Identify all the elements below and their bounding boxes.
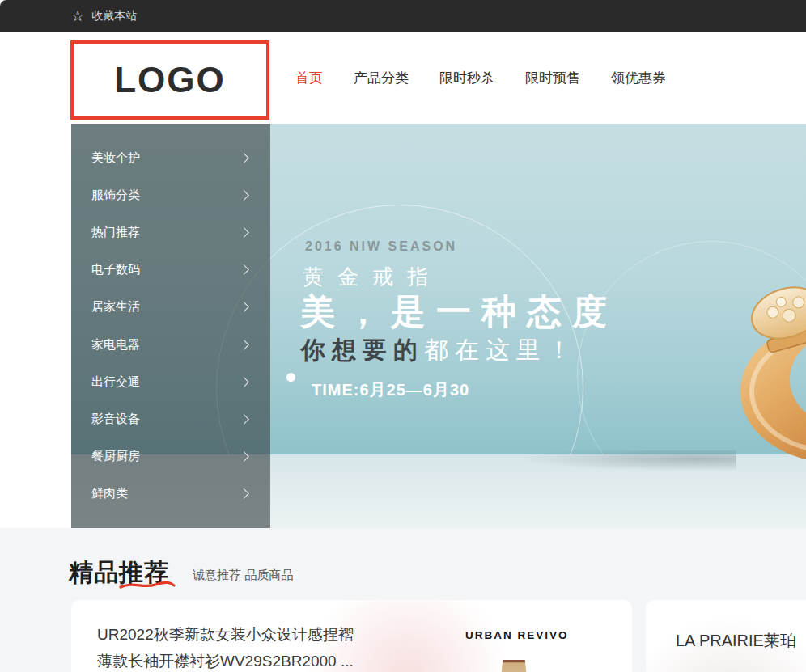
star-icon: ☆ bbox=[71, 9, 84, 23]
site-logo[interactable]: LOGO bbox=[70, 40, 269, 120]
product-card-urban-revivo[interactable]: UR2022秋季新款女装小众设计感捏褶 薄款长袖开襟衬衫WV29S2BR2000… bbox=[71, 600, 632, 672]
recommend-section-subtitle: 诚意推荐 品质商品 bbox=[193, 568, 293, 583]
sidebar-item-hot[interactable]: 热门推荐 bbox=[71, 213, 270, 251]
sidebar-item-fresh-meat[interactable]: 鲜肉类 bbox=[71, 475, 270, 513]
favorite-site-label: 收藏本站 bbox=[91, 9, 137, 23]
chevron-right-icon bbox=[239, 377, 249, 387]
chevron-right-icon bbox=[239, 340, 249, 350]
sidebar-item-label: 鲜肉类 bbox=[91, 486, 128, 501]
ring-shadow bbox=[518, 450, 736, 471]
nav-item-coupons[interactable]: 领优惠券 bbox=[611, 69, 666, 87]
banner-product-label: 黄金戒指 bbox=[303, 263, 442, 291]
banner-slogan-dark: 你想要的 bbox=[301, 336, 424, 363]
logo-text: LOGO bbox=[114, 60, 226, 100]
product-title: UR2022秋季新款女装小众设计感捏褶 薄款长袖开襟衬衫WV29S2BR2000… bbox=[97, 621, 354, 672]
sidebar-item-label: 服饰分类 bbox=[91, 188, 140, 203]
sidebar-item-label: 出行交通 bbox=[91, 374, 140, 390]
chevron-right-icon bbox=[239, 227, 249, 238]
storefront-page: ☆ 收藏本站 LOGO 首页 产品分类 限时秒杀 限时预售 领优惠券 2016 … bbox=[0, 0, 806, 672]
sidebar-item-kitchen[interactable]: 餐厨厨房 bbox=[71, 438, 270, 475]
sidebar-item-label: 热门推荐 bbox=[91, 225, 140, 240]
nav-item-presale[interactable]: 限时预售 bbox=[525, 69, 580, 87]
sidebar-item-label: 餐厨厨房 bbox=[91, 449, 140, 464]
product-card-la-prairie[interactable]: LA PRAIRIE莱珀 ¥3,480 bbox=[646, 600, 806, 672]
sidebar-item-label: 影音设备 bbox=[91, 412, 140, 427]
banner-season-label: 2016 NIW SEASON bbox=[305, 239, 457, 254]
banner-time-label: TIME:6月25—6月30 bbox=[312, 379, 469, 401]
product-image-shirt bbox=[499, 660, 528, 672]
banner-slogan: 你想要的都在这里！ bbox=[301, 334, 578, 367]
product-title-line1: UR2022秋季新款女装小众设计感捏褶 bbox=[97, 621, 354, 648]
product-title: LA PRAIRIE莱珀 bbox=[676, 630, 796, 652]
nav-item-flash-sale[interactable]: 限时秒杀 bbox=[439, 69, 494, 87]
decorative-dot bbox=[286, 373, 295, 382]
sidebar-item-label: 居家生活 bbox=[91, 299, 140, 315]
sidebar-item-audio-video[interactable]: 影音设备 bbox=[71, 400, 270, 437]
favorite-site-link[interactable]: ☆ 收藏本站 bbox=[71, 9, 137, 23]
category-sidebar: 美妆个护 服饰分类 热门推荐 电子数码 居家生活 家电电器 出行交通 影音设备 bbox=[71, 124, 270, 528]
chevron-right-icon bbox=[239, 488, 249, 499]
chevron-right-icon bbox=[239, 190, 249, 201]
gold-ring-image bbox=[736, 274, 806, 468]
sidebar-item-label: 电子数码 bbox=[91, 262, 140, 277]
chevron-right-icon bbox=[239, 451, 249, 462]
product-brand-logo: URBAN REVIVO bbox=[465, 629, 569, 641]
sidebar-item-apparel[interactable]: 服饰分类 bbox=[71, 176, 270, 213]
sidebar-item-electronics[interactable]: 电子数码 bbox=[71, 251, 270, 289]
sidebar-item-label: 家电电器 bbox=[91, 337, 140, 353]
chevron-right-icon bbox=[239, 264, 249, 275]
nav-item-home[interactable]: 首页 bbox=[295, 69, 323, 87]
sidebar-item-label: 美妆个护 bbox=[91, 150, 140, 166]
main-nav: 首页 产品分类 限时秒杀 限时预售 领优惠券 bbox=[295, 32, 666, 124]
chevron-right-icon bbox=[239, 414, 249, 425]
sidebar-item-appliances[interactable]: 家电电器 bbox=[71, 326, 270, 363]
sidebar-item-transport[interactable]: 出行交通 bbox=[71, 363, 270, 400]
sidebar-item-beauty[interactable]: 美妆个护 bbox=[71, 139, 270, 176]
banner-headline: 美，是一种态度 bbox=[300, 289, 617, 336]
top-utility-bar: ☆ 收藏本站 bbox=[0, 0, 806, 32]
product-title-line2: 薄款长袖开襟衬衫WV29S2BR2000 ... bbox=[97, 648, 354, 672]
red-swoosh-underline bbox=[119, 581, 176, 590]
nav-item-categories[interactable]: 产品分类 bbox=[354, 69, 409, 87]
banner-slogan-light: 都在这里！ bbox=[424, 336, 578, 363]
sidebar-item-home-life[interactable]: 居家生活 bbox=[71, 289, 270, 326]
site-header: LOGO 首页 产品分类 限时秒杀 限时预售 领优惠券 bbox=[0, 32, 806, 124]
chevron-right-icon bbox=[239, 153, 249, 163]
chevron-right-icon bbox=[239, 302, 249, 312]
